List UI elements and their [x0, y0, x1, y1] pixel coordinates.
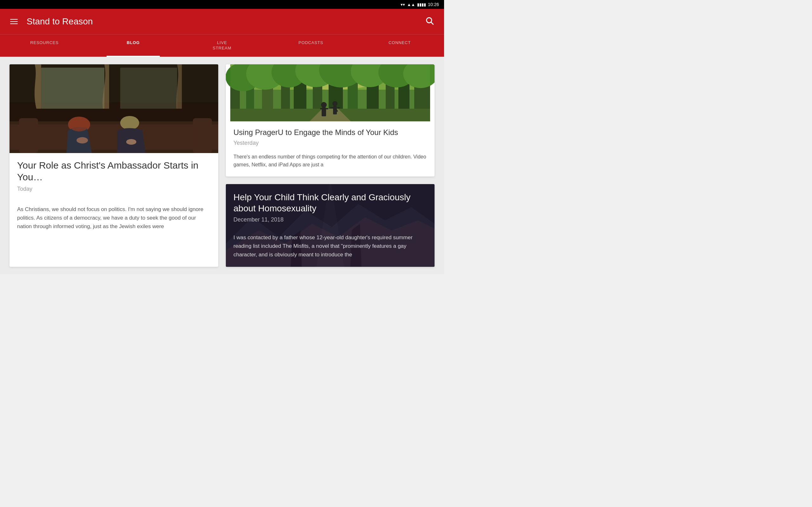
article-homosexuality-excerpt: I was contacted by a father whose 12-yea… — [234, 233, 427, 259]
tab-podcasts[interactable]: PODCASTS — [266, 35, 355, 57]
hamburger-line-2 — [10, 21, 18, 22]
article-prageru[interactable]: Using PragerU to Engage the Minds of You… — [226, 64, 435, 176]
tab-connect[interactable]: CONNECT — [355, 35, 444, 57]
tab-blog[interactable]: BLOG — [89, 35, 177, 57]
article-ambassador-date: Today — [17, 186, 211, 192]
time-display: 10:26 — [428, 2, 439, 7]
article-ambassador-title: Your Role as Christ's Ambassador Starts … — [17, 159, 211, 183]
svg-rect-50 — [230, 64, 430, 121]
right-column: Using PragerU to Engage the Minds of You… — [226, 64, 435, 267]
article-homosexuality-date: December 11, 2018 — [234, 216, 427, 223]
article-prageru-title: Using PragerU to Engage the Minds of You… — [234, 128, 427, 137]
battery-icon: ▮▮▮▮ — [417, 2, 426, 7]
content-area: Your Role as Christ's Ambassador Starts … — [0, 57, 444, 274]
article-ambassador-image — [9, 64, 218, 153]
hamburger-line-1 — [10, 19, 18, 20]
article-prageru-excerpt: There's an endless number of things comp… — [234, 153, 427, 169]
menu-button[interactable] — [8, 16, 20, 26]
app-bar: Stand to Reason — [0, 9, 444, 34]
app-title: Stand to Reason — [27, 16, 422, 26]
article-homosexuality-body: Help Your Child Think Clearly and Gracio… — [226, 184, 435, 267]
search-button[interactable] — [422, 14, 437, 30]
article-prageru-image — [226, 64, 435, 121]
tab-livestream[interactable]: LIVESTREAM — [177, 35, 266, 57]
article-prageru-body: Using PragerU to Engage the Minds of You… — [226, 121, 435, 176]
svg-line-1 — [431, 22, 433, 24]
article-ambassador[interactable]: Your Role as Christ's Ambassador Starts … — [9, 64, 218, 267]
svg-rect-16 — [9, 64, 218, 153]
signal-icon: ▲▲ — [407, 2, 415, 7]
article-homosexuality-title: Help Your Child Think Clearly and Gracio… — [234, 192, 427, 214]
article-ambassador-excerpt: As Christians, we should not focus on po… — [17, 205, 211, 231]
article-ambassador-body: Your Role as Christ's Ambassador Starts … — [9, 153, 218, 239]
article-prageru-date: Yesterday — [234, 140, 427, 147]
nav-tabs: RESOURCES BLOG LIVESTREAM PODCASTS CONNE… — [0, 34, 444, 57]
status-bar: ▾▾ ▲▲ ▮▮▮▮ 10:26 — [0, 0, 444, 9]
wifi-icon: ▾▾ — [401, 2, 405, 7]
article-homosexuality[interactable]: Help Your Child Think Clearly and Gracio… — [226, 184, 435, 267]
hamburger-line-3 — [10, 23, 18, 24]
tab-resources[interactable]: RESOURCES — [0, 35, 89, 57]
